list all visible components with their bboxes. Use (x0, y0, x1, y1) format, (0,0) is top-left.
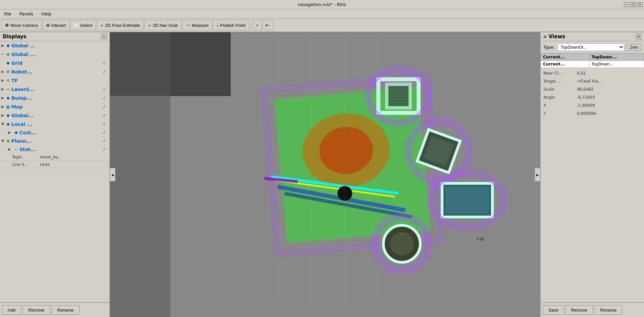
map-icon: ▦ (5, 104, 11, 109)
tf-expand-icon[interactable]: ▶ (1, 78, 5, 83)
tf-check[interactable]: □ (103, 78, 108, 83)
lcostmap-check[interactable]: ✓ (103, 122, 108, 127)
robot-check[interactable]: ✓ (103, 70, 108, 74)
display-item-grid[interactable]: ● Grid ✓ (0, 59, 109, 67)
views-rename-button[interactable]: Rename (594, 305, 622, 315)
display-item-global-status[interactable]: ▶ ● Global ... (0, 41, 109, 50)
y-label: Y (543, 111, 577, 116)
scale-label: Scale (543, 87, 577, 92)
robot-expand-icon[interactable]: ▶ (1, 70, 5, 74)
display-item-stat[interactable]: ▶ ✓ Stat... ✓ (0, 145, 109, 153)
display-item-global-costmap[interactable]: ▶ ● Global... ✓ (0, 111, 109, 120)
views-header: ⊳ Views ✕ (541, 32, 644, 41)
display-item-bump[interactable]: ▶ ● Bump... ✓ (0, 94, 109, 102)
menu-help[interactable]: Help (39, 11, 54, 17)
lcostmap-expand-icon[interactable]: ▼ (1, 122, 5, 126)
zero-button[interactable]: Zero (627, 44, 641, 51)
views-row[interactable]: Current... TopDown... (541, 61, 644, 68)
views-properties: Near Cl... 0,01 Target ... <Fixed Fra...… (541, 68, 644, 302)
display-item-local-costmap[interactable]: ▼ ● Local ... ✓ (0, 120, 109, 129)
near-clip-value: 0,01 (577, 71, 641, 76)
planner-icon: ● (5, 138, 11, 144)
topic-value[interactable] (39, 154, 108, 160)
toolbar-config-button[interactable]: ≡− (262, 20, 273, 30)
views-save-button[interactable]: Save (543, 305, 564, 315)
views-bottom-bar: Save Remove Rename (541, 302, 644, 317)
views-table: Current... TopDown... Current... TopDown… (541, 53, 644, 68)
prop-scale: Scale 96,6482 (541, 85, 644, 93)
display-item-laser[interactable]: ▶ ⊸ LaserS... ✓ (0, 85, 109, 94)
cost-check[interactable]: ✓ (103, 130, 108, 135)
type-select[interactable]: TopDownOr... (557, 43, 624, 51)
gcostmap-check[interactable]: ✓ (103, 113, 108, 118)
arrow-left-icon (111, 173, 114, 177)
menu-file[interactable]: File (1, 11, 14, 17)
measure-button[interactable]: Measure (182, 20, 213, 30)
window-controls[interactable]: − □ ✕ (624, 2, 643, 7)
expand-icon[interactable]: ▶ (1, 43, 5, 48)
maximize-button[interactable]: □ (631, 2, 636, 7)
near-clip-label: Near Cl... (543, 71, 577, 76)
select-icon (74, 23, 79, 28)
bump-expand-icon[interactable]: ▶ (1, 96, 5, 100)
close-button[interactable]: ✕ (637, 2, 643, 7)
minimize-button[interactable]: − (624, 2, 629, 7)
bump-check[interactable]: ✓ (103, 96, 108, 100)
rename-button[interactable]: Rename (52, 305, 79, 315)
grid-check[interactable]: ✓ (103, 61, 108, 65)
views-remove-button[interactable]: Remove (566, 305, 593, 315)
display-item-global-options[interactable]: ✓ ● Global ... (0, 50, 109, 59)
menu-panels[interactable]: Panels (17, 11, 36, 17)
displays-bottom-bar: Add Remove Rename (0, 302, 109, 317)
displays-header: Displays (0, 32, 109, 41)
displays-close-button[interactable] (101, 34, 107, 39)
display-item-map[interactable]: ▶ ▦ Map ✓ (0, 102, 109, 111)
pose-estimate-button[interactable]: 2D Pose Estimate (97, 20, 144, 30)
menu-bar: File Panels Help (0, 9, 644, 19)
remove-button[interactable]: Remove (22, 305, 50, 315)
laser-expand-icon[interactable]: ▶ (1, 87, 5, 91)
display-item-planner[interactable]: ▼ ● Plann... ✓ (0, 137, 109, 145)
select-button[interactable]: Select (70, 20, 96, 30)
lcostmap-icon: ● (5, 122, 11, 127)
lines-value[interactable] (39, 162, 108, 167)
robot-icon: ⊞ (5, 69, 11, 75)
views-close-button[interactable]: ✕ (636, 34, 641, 39)
svg-text:🖱: 🖱 (476, 237, 479, 241)
planner-expand-icon[interactable]: ▼ (1, 139, 5, 143)
planner-check[interactable]: ✓ (103, 139, 108, 143)
collapse-right-button[interactable] (535, 168, 540, 181)
display-item-tf[interactable]: ▶ ⊞ TF □ (0, 76, 109, 85)
svg-rect-18 (388, 86, 409, 106)
cost-expand-icon[interactable]: ▶ (8, 130, 12, 135)
display-item-cost[interactable]: ▶ ● Cost... ✓ (0, 129, 109, 137)
map-expand-icon[interactable]: ▶ (1, 104, 5, 109)
arrow-right-icon (536, 173, 539, 177)
move-camera-button[interactable]: Move Camera (1, 20, 42, 30)
laser-check[interactable]: ✓ (103, 87, 108, 92)
collapse-left-button[interactable] (110, 168, 115, 181)
close-icon (103, 35, 105, 39)
displays-panel: Displays ▶ ● Global ... ✓ ● Global ... ● (0, 32, 110, 317)
bump-icon: ● (5, 95, 11, 101)
angle-label: Angle (543, 95, 577, 100)
nav-goal-button[interactable]: 2D Nav Goal (144, 20, 181, 30)
toolbar-add-button[interactable]: + (253, 20, 262, 30)
add-button[interactable]: Add (2, 305, 21, 315)
stat-check[interactable]: ✓ (103, 147, 108, 152)
stat-expand-icon[interactable]: ▶ (8, 147, 12, 151)
x-value: -1,80009 (577, 103, 641, 108)
topic-label: Topic (12, 155, 39, 160)
target-value: <Fixed Fra... (577, 79, 641, 84)
display-item-robot[interactable]: ▶ ⊞ Robot... ✓ (0, 67, 109, 76)
publish-point-button[interactable]: Publish Point (213, 20, 249, 30)
prop-row-topic: Topic (0, 153, 109, 161)
views-type-row: Type: TopDownOr... Zero (541, 41, 644, 53)
gcostmap-expand-icon[interactable]: ▶ (1, 113, 5, 118)
title-bar: navigation.rviz* - RViz − □ ✕ (0, 0, 644, 9)
interact-button[interactable]: Interact (42, 20, 69, 30)
prop-angle: Angle -6,72003 (541, 93, 644, 101)
check-icon: ✓ (1, 52, 5, 56)
viewport[interactable]: 🖱 ↂ (110, 32, 540, 317)
map-check[interactable]: ✓ (103, 104, 108, 109)
